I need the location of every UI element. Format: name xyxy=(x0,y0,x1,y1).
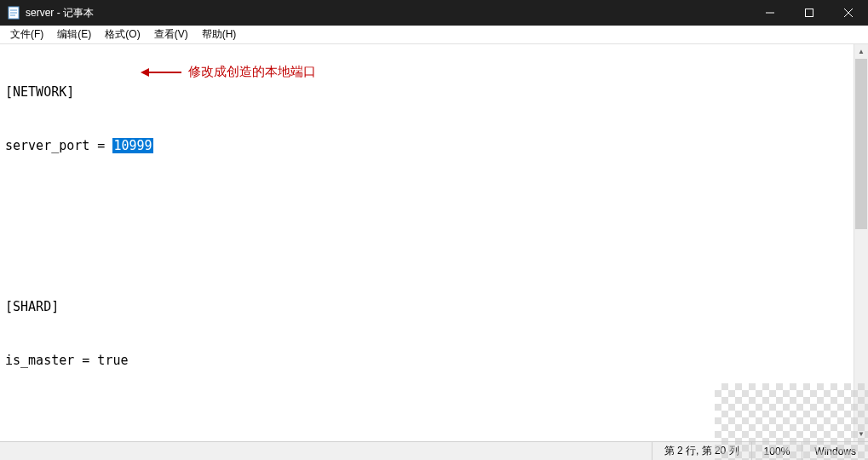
text-line xyxy=(5,244,848,262)
editor-wrapper: [NETWORK] server_port = 10999 [SHARD] is… xyxy=(0,44,868,441)
text-line: [SHARD] xyxy=(5,298,848,316)
notepad-icon xyxy=(7,6,20,20)
text-line: is_master = true xyxy=(5,352,848,370)
text-line: server_port = 10999 xyxy=(5,137,848,155)
scroll-thumb[interactable] xyxy=(855,59,867,229)
svg-rect-5 xyxy=(806,9,813,17)
scroll-up-button[interactable]: ▲ xyxy=(854,44,868,59)
menu-view[interactable]: 查看(V) xyxy=(147,26,195,43)
close-button[interactable] xyxy=(829,0,868,26)
text-editor[interactable]: [NETWORK] server_port = 10999 [SHARD] is… xyxy=(0,44,854,441)
minimize-button[interactable] xyxy=(750,0,790,26)
menu-format[interactable]: 格式(O) xyxy=(98,26,147,43)
scroll-down-button[interactable]: ▼ xyxy=(854,427,868,441)
vertical-scrollbar[interactable]: ▲ ▼ xyxy=(854,44,868,441)
window-controls xyxy=(750,0,868,26)
annotation: 修改成创造的本地端口 xyxy=(141,63,316,81)
svg-marker-9 xyxy=(141,68,149,77)
text-line: [NETWORK] xyxy=(5,83,848,101)
menu-help[interactable]: 帮助(H) xyxy=(195,26,244,43)
window-title: server - 记事本 xyxy=(26,6,750,20)
arrow-left-icon xyxy=(141,66,181,79)
server-port-label: server_port = xyxy=(5,138,112,153)
menu-edit[interactable]: 编辑(E) xyxy=(50,26,98,43)
menubar: 文件(F) 编辑(E) 格式(O) 查看(V) 帮助(H) xyxy=(0,26,868,44)
menu-file[interactable]: 文件(F) xyxy=(3,26,50,43)
annotation-text: 修改成创造的本地端口 xyxy=(188,63,316,81)
selected-text: 10999 xyxy=(112,138,152,153)
text-line xyxy=(5,405,848,423)
titlebar[interactable]: server - 记事本 xyxy=(0,0,868,26)
text-line xyxy=(5,191,848,209)
maximize-button[interactable] xyxy=(790,0,829,26)
